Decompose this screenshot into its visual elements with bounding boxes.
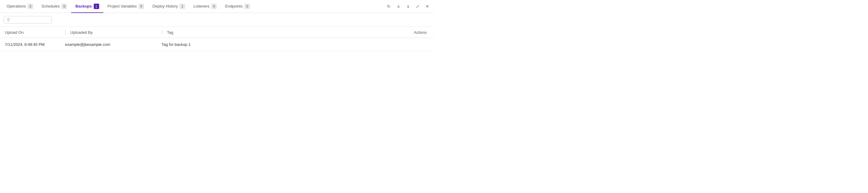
tab-badge-backups: 1 <box>94 4 99 9</box>
column-header-tag: Tag <box>162 30 399 35</box>
column-header-uploaded-by: Uploaded By <box>65 30 162 35</box>
tab-label-project-variables: Project Variables <box>107 4 137 8</box>
tab-schedules[interactable]: Schedules0 <box>37 0 71 13</box>
tab-badge-deploy-history: 1 <box>180 4 185 9</box>
column-header-upload-on: Upload On <box>5 30 65 35</box>
tab-listeners[interactable]: Listeners0 <box>189 0 221 13</box>
table-header: Upload On Uploaded By Tag Actions <box>0 27 434 38</box>
tab-label-backups: Backups <box>75 4 92 8</box>
table-body: 7/11/2024, 8:48:45 PMexample@jbexample.c… <box>0 38 434 51</box>
refresh-button[interactable]: ↻ <box>384 2 393 10</box>
tab-bar: Operations3Schedules0Backups1Project Var… <box>0 0 434 13</box>
toolbar-icons: ↻ ∧ ∨ ⤢ ✕ <box>384 2 432 10</box>
tab-label-deploy-history: Deploy History <box>153 4 178 8</box>
column-header-actions: Actions <box>399 30 429 35</box>
tab-label-endpoints: Endpoints <box>225 4 243 8</box>
close-button[interactable]: ✕ <box>423 2 432 10</box>
tab-badge-project-variables: 0 <box>138 4 144 9</box>
table-row: 7/11/2024, 8:48:45 PMexample@jbexample.c… <box>0 38 434 51</box>
tab-label-listeners: Listeners <box>193 4 210 8</box>
search-input[interactable] <box>12 18 49 22</box>
tab-badge-listeners: 0 <box>211 4 217 9</box>
cell-uploaded-by: example@jbexample.com <box>65 42 161 47</box>
tab-badge-operations: 3 <box>28 4 33 9</box>
tab-badge-endpoints: 0 <box>244 4 250 9</box>
tab-deploy-history[interactable]: Deploy History1 <box>148 0 190 13</box>
cell-upload-on: 7/11/2024, 8:48:45 PM <box>5 42 65 47</box>
tab-label-schedules: Schedules <box>41 4 60 8</box>
tab-label-operations: Operations <box>7 4 26 8</box>
expand-button[interactable]: ⤢ <box>413 2 422 10</box>
cell-tag: Tag for backup 1 <box>161 42 399 47</box>
search-input-wrapper[interactable]: ⚲ <box>4 16 52 24</box>
search-icon: ⚲ <box>7 18 10 22</box>
search-bar: ⚲ <box>0 13 434 27</box>
tab-project-variables[interactable]: Project Variables0 <box>103 0 148 13</box>
tab-endpoints[interactable]: Endpoints0 <box>221 0 254 13</box>
scroll-up-button[interactable]: ∧ <box>394 2 403 10</box>
tab-badge-schedules: 0 <box>61 4 67 9</box>
scroll-down-button[interactable]: ∨ <box>404 2 412 10</box>
tab-operations[interactable]: Operations3 <box>2 0 37 13</box>
tab-backups[interactable]: Backups1 <box>71 0 103 13</box>
